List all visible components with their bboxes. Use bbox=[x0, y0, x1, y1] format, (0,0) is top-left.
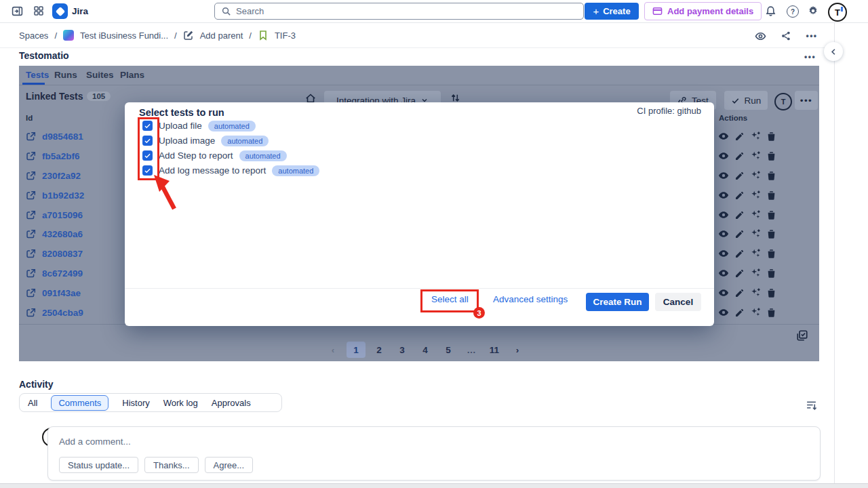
delete-trash-icon[interactable] bbox=[766, 268, 776, 279]
edit-pencil-icon[interactable] bbox=[734, 229, 745, 239]
table-row[interactable]: fb5a2bf6 bbox=[26, 151, 80, 161]
edit-pencil-icon[interactable] bbox=[734, 308, 745, 318]
ai-sparkles-icon[interactable] bbox=[750, 209, 761, 220]
edit-pencil-icon[interactable] bbox=[734, 131, 745, 142]
ai-sparkles-icon[interactable] bbox=[750, 287, 761, 298]
tab-runs[interactable]: Runs bbox=[54, 70, 77, 80]
edit-pencil-icon[interactable] bbox=[734, 190, 745, 201]
share-icon[interactable] bbox=[777, 28, 795, 44]
view-eye-icon[interactable] bbox=[718, 287, 729, 298]
activity-tab-approvals[interactable]: Approvals bbox=[212, 398, 251, 408]
settings-gear-icon[interactable] bbox=[808, 5, 818, 16]
ai-sparkles-icon[interactable] bbox=[750, 228, 761, 239]
pagination-prev-icon[interactable]: ‹ bbox=[323, 342, 342, 358]
edit-pencil-icon[interactable] bbox=[734, 210, 745, 220]
table-row[interactable]: 2504cba9 bbox=[26, 308, 83, 318]
ai-sparkles-icon[interactable] bbox=[750, 170, 761, 181]
edit-pencil-icon[interactable] bbox=[734, 268, 745, 279]
pagination-page-5[interactable]: 5 bbox=[439, 342, 458, 358]
testomat-logo-icon[interactable]: T bbox=[774, 93, 792, 110]
pagination-next-icon[interactable]: › bbox=[508, 342, 527, 358]
edit-pencil-icon[interactable] bbox=[734, 249, 745, 259]
edit-pencil-icon[interactable] bbox=[734, 288, 745, 298]
breadcrumb-issue[interactable]: TIF-3 bbox=[275, 30, 296, 41]
ai-sparkles-icon[interactable] bbox=[750, 248, 761, 259]
comment-box[interactable]: Add a comment... Status update... Thanks… bbox=[47, 426, 821, 481]
activity-tab-worklog[interactable]: Work log bbox=[163, 398, 198, 408]
search-input[interactable]: Search bbox=[214, 3, 584, 20]
view-eye-icon[interactable] bbox=[718, 268, 729, 279]
quick-reply-thanks[interactable]: Thanks... bbox=[144, 457, 198, 473]
ai-sparkles-icon[interactable] bbox=[750, 131, 761, 142]
table-row[interactable]: b1b92d32 bbox=[26, 190, 84, 201]
app-switcher-icon[interactable] bbox=[33, 5, 44, 16]
view-eye-icon[interactable] bbox=[718, 209, 729, 220]
delete-trash-icon[interactable] bbox=[766, 171, 776, 181]
delete-trash-icon[interactable] bbox=[766, 229, 776, 239]
view-eye-icon[interactable] bbox=[718, 228, 729, 239]
activity-sort-icon[interactable] bbox=[806, 399, 817, 411]
view-eye-icon[interactable] bbox=[718, 248, 729, 259]
tab-plans[interactable]: Plans bbox=[120, 70, 144, 80]
delete-trash-icon[interactable] bbox=[766, 210, 776, 220]
delete-trash-icon[interactable] bbox=[766, 190, 776, 201]
select-all-rows-icon[interactable] bbox=[796, 329, 808, 342]
delete-trash-icon[interactable] bbox=[766, 288, 776, 298]
testomatio-more-icon[interactable]: ••• bbox=[804, 52, 816, 62]
collapse-right-panel-button[interactable] bbox=[824, 42, 843, 61]
panel-more-icon[interactable]: ••• bbox=[795, 91, 818, 110]
quick-reply-status-update[interactable]: Status update... bbox=[59, 457, 138, 473]
delete-trash-icon[interactable] bbox=[766, 151, 776, 161]
watch-eye-icon[interactable] bbox=[751, 28, 769, 44]
breadcrumb-add-parent[interactable]: Add parent bbox=[200, 30, 243, 41]
advanced-settings-link[interactable]: Advanced settings bbox=[493, 294, 568, 304]
create-run-button[interactable]: Create Run bbox=[586, 293, 649, 311]
breadcrumb-project[interactable]: Test iBusiness Fundi... bbox=[80, 30, 168, 41]
pagination-page-1[interactable]: 1 bbox=[347, 342, 366, 358]
sort-icon[interactable] bbox=[450, 93, 460, 103]
table-row[interactable]: 432680a6 bbox=[26, 229, 83, 239]
tab-tests[interactable]: Tests bbox=[26, 70, 49, 80]
add-payment-details-button[interactable]: Add payment details bbox=[644, 2, 762, 20]
tab-suites[interactable]: Suites bbox=[86, 70, 114, 80]
pagination-page-11[interactable]: 11 bbox=[485, 342, 504, 358]
jira-logo[interactable] bbox=[52, 3, 68, 19]
delete-trash-icon[interactable] bbox=[766, 249, 776, 259]
table-row[interactable]: a7015096 bbox=[26, 210, 83, 220]
help-icon[interactable]: ? bbox=[787, 5, 799, 18]
table-row[interactable]: 8c672499 bbox=[26, 268, 83, 279]
select-all-link[interactable]: Select all bbox=[431, 294, 469, 304]
view-eye-icon[interactable] bbox=[718, 150, 729, 161]
create-button[interactable]: + Create bbox=[585, 3, 639, 20]
ai-sparkles-icon[interactable] bbox=[750, 150, 761, 161]
page-more-icon[interactable]: ••• bbox=[803, 28, 821, 44]
activity-tab-comments[interactable]: Comments bbox=[51, 395, 108, 411]
edit-pencil-icon[interactable] bbox=[734, 151, 745, 161]
view-eye-icon[interactable] bbox=[718, 307, 729, 318]
delete-trash-icon[interactable] bbox=[766, 308, 776, 318]
table-row[interactable]: 82080837 bbox=[26, 249, 83, 259]
view-eye-icon[interactable] bbox=[718, 170, 729, 181]
activity-tab-history[interactable]: History bbox=[122, 398, 149, 408]
view-eye-icon[interactable] bbox=[718, 131, 729, 142]
delete-trash-icon[interactable] bbox=[766, 131, 776, 142]
table-row[interactable]: 091f43ae bbox=[26, 288, 81, 298]
ai-sparkles-icon[interactable] bbox=[750, 307, 761, 318]
run-button[interactable]: Run bbox=[724, 91, 768, 110]
pagination-page-2[interactable]: 2 bbox=[370, 342, 389, 358]
view-eye-icon[interactable] bbox=[718, 190, 729, 201]
user-avatar[interactable]: T bbox=[828, 3, 847, 22]
ai-sparkles-icon[interactable] bbox=[750, 268, 761, 279]
table-row[interactable]: d9854681 bbox=[26, 131, 83, 142]
cancel-button[interactable]: Cancel bbox=[655, 293, 701, 311]
sidebar-toggle-icon[interactable] bbox=[12, 5, 23, 17]
ai-sparkles-icon[interactable] bbox=[750, 190, 761, 201]
edit-pencil-icon[interactable] bbox=[734, 171, 745, 181]
pagination-page-4[interactable]: 4 bbox=[416, 342, 435, 358]
table-row[interactable]: 230f2a92 bbox=[26, 171, 81, 181]
activity-tab-all[interactable]: All bbox=[28, 398, 37, 408]
quick-reply-agree[interactable]: Agree... bbox=[205, 457, 254, 473]
breadcrumb-spaces[interactable]: Spaces bbox=[19, 30, 48, 41]
pagination-page-3[interactable]: 3 bbox=[393, 342, 412, 358]
notifications-bell-icon[interactable] bbox=[765, 5, 776, 17]
